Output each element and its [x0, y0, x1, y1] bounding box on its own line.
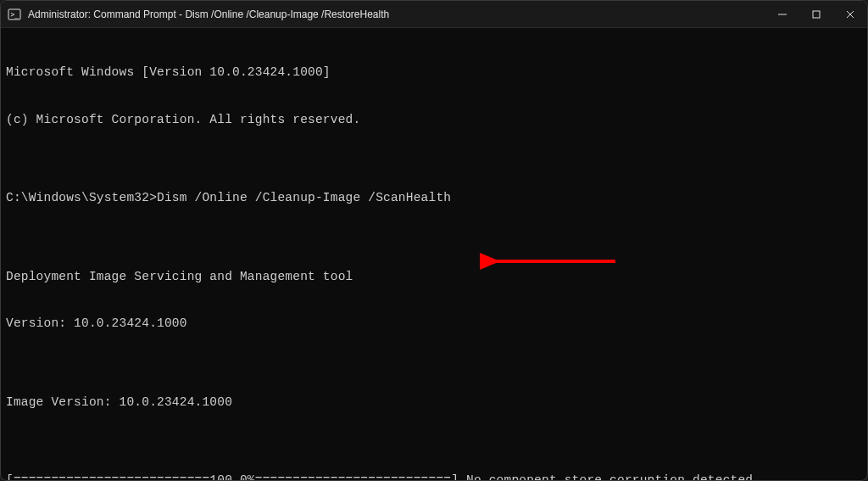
svg-rect-3	[813, 11, 820, 18]
command-prompt-window: >_ Administrator: Command Prompt - Dism …	[0, 0, 868, 481]
terminal-output[interactable]: Microsoft Windows [Version 10.0.23424.10…	[1, 28, 867, 480]
maximize-button[interactable]	[810, 8, 823, 21]
prompt-line: C:\Windows\System32>Dism /Online /Cleanu…	[6, 190, 862, 206]
command-prompt-icon: >_	[8, 8, 21, 21]
window-controls	[776, 8, 857, 21]
window-title: Administrator: Command Prompt - Dism /On…	[28, 8, 389, 20]
progress-line: [==========================100.0%=======…	[6, 473, 862, 480]
svg-text:>_: >_	[11, 11, 19, 19]
close-button[interactable]	[843, 8, 857, 21]
output-line: Microsoft Windows [Version 10.0.23424.10…	[6, 64, 862, 81]
titlebar[interactable]: >_ Administrator: Command Prompt - Dism …	[1, 1, 867, 28]
output-line: (c) Microsoft Corporation. All rights re…	[6, 112, 862, 128]
output-line: Image Version: 10.0.23424.1000	[6, 394, 862, 411]
output-line: Deployment Image Servicing and Managemen…	[6, 269, 862, 285]
minimize-button[interactable]	[776, 8, 789, 21]
titlebar-left: >_ Administrator: Command Prompt - Dism …	[8, 8, 389, 21]
output-line: Version: 10.0.23424.1000	[6, 316, 862, 332]
